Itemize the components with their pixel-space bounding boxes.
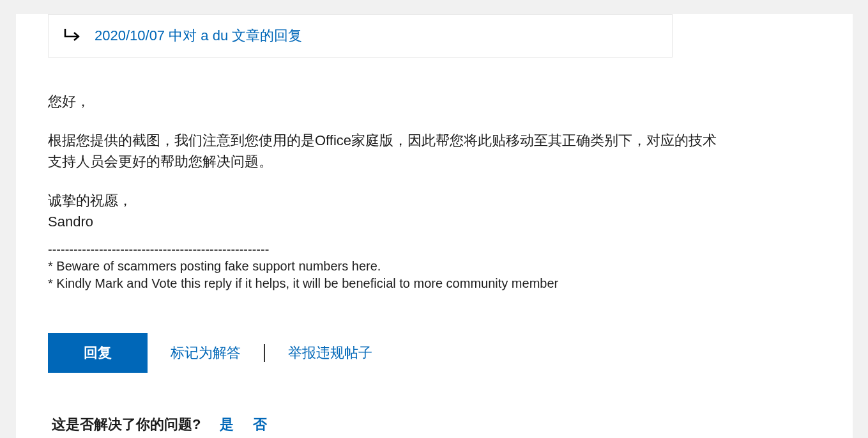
message-separator: ----------------------------------------… <box>48 241 853 258</box>
mark-as-answer-link[interactable]: 标记为解答 <box>171 343 241 363</box>
message-main-text: 根据您提供的截图，我们注意到您使用的是Office家庭版，因此帮您将此贴移动至其… <box>48 130 725 172</box>
action-divider <box>264 344 265 362</box>
message-signature: Sandro <box>48 211 853 232</box>
feedback-no-button[interactable]: 否 <box>253 415 267 434</box>
feedback-yes-button[interactable]: 是 <box>220 415 234 434</box>
action-bar: 回复 标记为解答 举报违规帖子 <box>48 333 853 373</box>
message-closing: 诚挚的祝愿， <box>48 190 853 211</box>
in-reply-to-banner: 2020/10/07 中对 a du 文章的回复 <box>48 14 673 58</box>
feedback-row: 这是否解决了你的问题? 是 否 <box>52 415 853 434</box>
reply-arrow-icon <box>64 27 82 44</box>
reply-button[interactable]: 回复 <box>48 333 148 373</box>
feedback-question: 这是否解决了你的问题? <box>52 415 201 434</box>
message-note-1: * Beware of scammers posting fake suppor… <box>48 258 853 275</box>
report-abuse-link[interactable]: 举报违规帖子 <box>288 343 372 363</box>
in-reply-to-link[interactable]: 2020/10/07 中对 a du 文章的回复 <box>95 26 302 45</box>
message-body: 您好， 根据您提供的截图，我们注意到您使用的是Office家庭版，因此帮您将此贴… <box>48 91 853 292</box>
message-greeting: 您好， <box>48 91 853 112</box>
message-note-2: * Kindly Mark and Vote this reply if it … <box>48 275 853 292</box>
